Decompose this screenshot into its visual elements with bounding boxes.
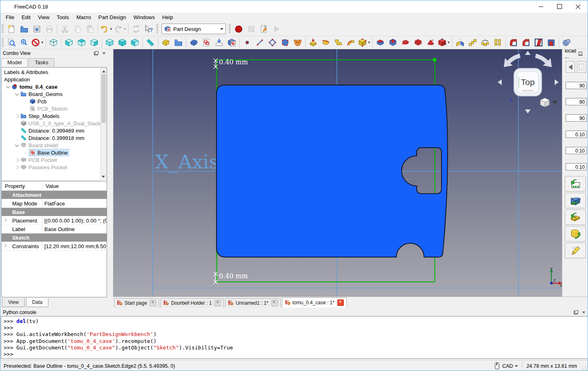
tree-item-distance-0-399918-mm[interactable]: Distance: 0.399918 mm — [2, 134, 100, 142]
kicad-param-field-3[interactable] — [566, 114, 587, 122]
property-value[interactable]: [(0.00 0.00 1.00); 0.00 °; (0.... — [42, 218, 107, 224]
tree-item-pcb-pocket[interactable]: PCB Pocket — [2, 156, 100, 164]
close-button[interactable] — [569, 0, 588, 13]
tree-item-step-models[interactable]: Step_Models — [2, 112, 100, 120]
kicad-param-field-4[interactable] — [566, 131, 587, 138]
kicad-param-field-1[interactable] — [566, 82, 587, 89]
menu-view[interactable]: View — [34, 13, 53, 22]
new-file-button[interactable] — [5, 23, 18, 35]
tree-root-application[interactable]: Application — [2, 76, 100, 83]
menu-part-design[interactable]: Part Design — [95, 13, 130, 22]
carbon-copy-button[interactable] — [291, 37, 304, 49]
sketch-line-button[interactable] — [254, 37, 266, 49]
navigation-mode-dropdown[interactable]: CAD — [502, 363, 518, 369]
menu-file[interactable]: File — [2, 13, 18, 22]
groove-button[interactable] — [399, 37, 412, 49]
save-file-button[interactable] — [31, 23, 43, 35]
property-value[interactable]: FlatFace — [42, 201, 107, 207]
document-tab-tomu-0-4-case-1[interactable]: Ftomu_0.4_case : 1* — [282, 297, 347, 308]
property-row-placement[interactable]: Placement[(0.00 0.00 1.00); 0.00 °; (0..… — [2, 216, 107, 225]
property-row-constraints[interactable]: Constraints[12.20 mm;12.00 mm;6.50 ... — [2, 242, 107, 251]
combo-tab-model[interactable]: Model — [1, 58, 28, 67]
additive-primitive-button[interactable]: ▼ — [357, 37, 371, 49]
rotate-west-arrow[interactable] — [498, 79, 502, 85]
subtractive-loft-button[interactable] — [412, 37, 424, 49]
minimize-button[interactable] — [531, 0, 550, 13]
macro-edit-button[interactable] — [258, 23, 270, 35]
menu-macro[interactable]: Macro — [73, 13, 95, 22]
export-board-button[interactable] — [565, 210, 586, 225]
additive-loft-button[interactable] — [332, 37, 345, 49]
nav-menu-arrow[interactable] — [552, 101, 557, 104]
close-tab-icon[interactable] — [150, 300, 156, 306]
load-parts-button[interactable] — [565, 193, 586, 208]
view-axonometric-button[interactable] — [47, 37, 60, 49]
tree-item-passives-pocket[interactable]: Passives Pocket — [2, 164, 100, 171]
boolean-operation-button[interactable] — [560, 37, 573, 49]
resize-grip[interactable] — [582, 366, 586, 370]
expand-icon[interactable] — [15, 114, 19, 118]
collapse-icon[interactable] — [15, 92, 19, 96]
close-panel-icon[interactable]: × — [102, 51, 105, 55]
float-panel-icon[interactable] — [579, 52, 582, 56]
3d-viewport[interactable]: X_Axis 0.40 mm 0.40 mm — [113, 49, 562, 297]
tree-item-pcb-sketch[interactable]: PCB_Sketch — [2, 105, 100, 112]
create-body-button[interactable] — [188, 37, 200, 49]
property-row-map-mode[interactable]: Map ModeFlatFace — [2, 199, 107, 208]
menu-help[interactable]: Help — [158, 13, 177, 22]
collapse-icon[interactable] — [15, 143, 19, 147]
sketch-corner-point[interactable] — [433, 58, 436, 61]
menu-tools[interactable]: Tools — [53, 13, 72, 22]
view-top-button[interactable] — [75, 37, 88, 49]
rotate-east-arrow[interactable] — [555, 79, 559, 85]
tree-item-board-geoms[interactable]: Board_Geoms — [2, 90, 100, 98]
close-tab-icon[interactable] — [271, 300, 278, 306]
tilt-down-arrow[interactable] — [525, 109, 531, 113]
navigation-cube[interactable]: Top z — [495, 50, 561, 114]
tilt-up-arrow[interactable] — [525, 51, 531, 55]
back-button[interactable] — [566, 61, 575, 73]
map-sketch-to-face-button[interactable] — [225, 37, 238, 49]
property-value[interactable]: Base Outline — [42, 226, 107, 232]
nav-cube-top-label[interactable]: Top — [521, 77, 535, 87]
sketch-point-button[interactable] — [241, 37, 254, 49]
rotate-left-arrow[interactable] — [504, 54, 520, 67]
property-row-label[interactable]: LabelBase Outline — [2, 225, 107, 234]
expand-icon[interactable] — [15, 158, 19, 162]
subtractive-primitive-button[interactable]: ▼ — [437, 37, 451, 49]
fit-all-button[interactable] — [5, 37, 18, 49]
create-group-button[interactable] — [172, 37, 185, 49]
tree-item-tomu-0-4-case[interactable]: tomu_0.4_case — [2, 83, 100, 90]
multi-transform-button[interactable] — [492, 37, 504, 49]
view-right-button[interactable] — [88, 37, 101, 49]
fillet-button[interactable] — [507, 37, 520, 49]
kicad-param-field-6[interactable] — [566, 163, 587, 170]
property-group-sketch[interactable]: Sketch — [2, 234, 107, 242]
pad-button[interactable] — [307, 37, 319, 49]
export-database-button[interactable] — [565, 226, 586, 242]
close-tab-icon[interactable] — [337, 299, 344, 306]
thickness-button[interactable] — [545, 37, 557, 49]
property-value[interactable]: [12.20 mm;12.00 mm;6.50 ... — [42, 243, 107, 249]
hole-button[interactable] — [387, 37, 399, 49]
macro-record-button[interactable] — [232, 23, 245, 35]
view-bottom-button[interactable] — [116, 37, 129, 49]
combo-tab-tasks[interactable]: Tasks — [28, 58, 54, 67]
close-tab-icon[interactable] — [214, 300, 221, 306]
float-panel-icon[interactable] — [94, 51, 98, 55]
property-tab-data[interactable]: Data — [26, 298, 48, 307]
measure-distance-button[interactable] — [144, 37, 157, 49]
kicad-param-field-2[interactable] — [566, 98, 587, 105]
expand-icon[interactable] — [15, 165, 19, 169]
maximize-button[interactable] — [550, 0, 569, 13]
tree-item-pcb[interactable]: Pcb — [2, 98, 100, 105]
tree-vertical-scrollbar[interactable] — [100, 68, 107, 181]
revolution-button[interactable] — [319, 37, 332, 49]
zoom-selection-button[interactable] — [18, 37, 31, 49]
additive-pipe-button[interactable] — [345, 37, 357, 49]
view-left-button[interactable] — [129, 37, 141, 49]
document-tab-doorbell-holder-1[interactable]: FDoorbell Holder : 1 — [160, 298, 224, 308]
nav-mini-cube[interactable] — [540, 98, 549, 107]
document-tab-unnamed1-1[interactable]: FUnnamed1 : 1* — [225, 298, 280, 308]
kicad-param-field-5[interactable] — [566, 147, 587, 154]
